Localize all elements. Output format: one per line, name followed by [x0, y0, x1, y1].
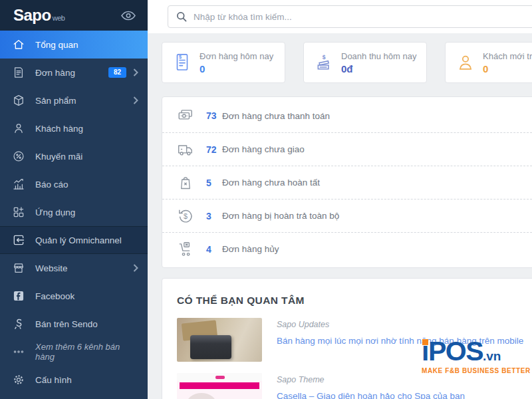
report-chart-icon [11, 177, 26, 192]
search-box[interactable] [168, 5, 532, 28]
interest-item-theme[interactable]: Sapo Theme Casella – Giao diện hoàn hảo … [177, 373, 531, 399]
interest-link[interactable]: Casella – Giao diện hoàn hảo cho Spa của… [277, 391, 465, 399]
sidebar-item-label: Tổng quan [35, 40, 78, 50]
logo-brand: Sapo [13, 6, 51, 24]
ipos-tagline: MAKE F&B BUSINESS BETTER [422, 368, 531, 374]
sidebar-item-label: Bán trên Sendo [35, 319, 98, 329]
sidebar-item-website[interactable]: Website [0, 254, 148, 282]
ipos-brand-i: i [422, 336, 428, 366]
product-box-icon [11, 93, 26, 108]
interest-category: Sapo Updates [277, 320, 523, 329]
sidebar-item-facebook[interactable]: Facebook [0, 282, 148, 310]
bag-x-icon [176, 174, 196, 192]
order-label: Đơn hàng hủy [222, 244, 279, 254]
svg-text:$: $ [323, 54, 326, 61]
sidebar-item-sendo[interactable]: Bán trên Sendo [0, 310, 148, 338]
sidebar-item-omnichannel[interactable]: Quản lý Omnichannel [0, 226, 148, 254]
order-count: 5 [206, 178, 218, 188]
order-row-unpaid[interactable]: 73 Đơn hàng chưa thanh toán [162, 99, 532, 132]
sidebar-item-label: Khách hàng [35, 124, 83, 134]
ipos-watermark-logo: iPOS.vn MAKE F&B BUSINESS BETTER [422, 338, 531, 374]
interest-category: Sapo Theme [277, 375, 465, 384]
order-document-icon [11, 65, 26, 80]
topbar [148, 0, 532, 33]
stat-value: 0đ [341, 63, 416, 74]
sidebar: Sapoweb Tổng quan Đơn hàng 82 Sản phẩm [0, 0, 148, 399]
customer-person-icon [11, 121, 26, 136]
apps-grid-plus-icon [11, 205, 26, 219]
ellipsis-dots-icon [11, 344, 26, 359]
invoice-icon: $ [172, 53, 193, 72]
banknotes-icon [176, 108, 196, 124]
sidebar-item-label: Cấu hình [35, 375, 72, 385]
chevron-right-icon[interactable] [133, 96, 138, 104]
stats-row: $ Đơn hàng hôm nay 0 $ Doanh thu hôm nay… [162, 42, 532, 83]
delivery-truck-icon [176, 142, 196, 158]
chevron-right-icon[interactable] [133, 264, 138, 272]
sidebar-item-bao-cao[interactable]: Báo cáo [0, 170, 148, 198]
order-count: 73 [206, 110, 218, 121]
orders-count-badge: 82 [108, 67, 126, 78]
order-label: Đơn hàng chưa giao [222, 144, 305, 154]
sendo-icon [11, 317, 26, 331]
svg-text:$: $ [184, 211, 188, 219]
sidebar-item-khach-hang[interactable]: Khách hàng [0, 114, 148, 142]
sidebar-item-label: Facebook [35, 291, 74, 301]
search-input[interactable] [194, 12, 529, 22]
sidebar-item-cau-hinh[interactable]: Cấu hình [0, 366, 148, 394]
promotion-percent-icon [11, 149, 26, 164]
chevron-right-icon[interactable] [133, 68, 138, 76]
sapo-logo[interactable]: Sapoweb [13, 6, 65, 25]
cash-stack-icon: $ [313, 53, 334, 72]
person-icon [455, 53, 476, 72]
ipos-domain: .vn [483, 349, 501, 363]
eye-icon[interactable] [121, 11, 136, 21]
refund-circle-icon: $ [176, 207, 196, 225]
omnichannel-arrow-icon [11, 233, 26, 247]
sidebar-item-label: Quản lý Omnichannel [35, 235, 122, 245]
order-summary-card: 73 Đơn hàng chưa thanh toán 72 Đơn hàng … [162, 96, 532, 268]
logo-suffix: web [53, 14, 65, 22]
ipos-brand-rest: POS [428, 336, 483, 366]
sidebar-item-khuyen-mai[interactable]: Khuyến mãi [0, 142, 148, 170]
sidebar-item-san-pham[interactable]: Sản phẩm [0, 86, 148, 114]
sidebar-item-don-hang[interactable]: Đơn hàng 82 [0, 59, 148, 86]
order-row-returned[interactable]: $ 3 Đơn hàng bị hoàn trả toàn bộ [162, 199, 532, 232]
sidebar-item-ung-dung[interactable]: Ứng dụng [0, 198, 148, 226]
order-row-cancelled[interactable]: 4 Đơn hàng hủy [162, 232, 532, 265]
stat-card-orders-today[interactable]: $ Đơn hàng hôm nay 0 [162, 42, 285, 83]
sidebar-item-label: Đơn hàng [35, 68, 75, 78]
order-label: Đơn hàng chưa hoàn tất [222, 178, 320, 188]
sidebar-item-xem-them[interactable]: Xem thêm 6 kênh bán hàng [0, 338, 148, 366]
cart-x-icon [176, 241, 196, 258]
sidebar-header: Sapoweb [0, 0, 148, 31]
order-count: 4 [206, 244, 218, 255]
home-icon [11, 37, 26, 52]
sidebar-item-label: Website [35, 263, 68, 273]
stat-value: 0 [483, 63, 532, 74]
spa-theme-thumbnail[interactable] [177, 373, 262, 399]
order-label: Đơn hàng bị hoàn trả toàn bộ [222, 211, 339, 221]
order-count: 3 [206, 211, 218, 221]
order-row-incomplete[interactable]: 5 Đơn hàng chưa hoàn tất [162, 166, 532, 199]
stat-value: 0 [200, 63, 273, 74]
printer-thumbnail[interactable] [177, 318, 262, 362]
order-label: Đơn hàng chưa thanh toán [222, 111, 330, 121]
stat-card-revenue-today[interactable]: $ Doanh thu hôm nay 0đ [303, 42, 427, 83]
search-icon [176, 11, 187, 22]
stat-card-new-customers[interactable]: Khách mới trong 0 [445, 42, 532, 83]
sidebar-item-tong-quan[interactable]: Tổng quan [0, 31, 148, 59]
sidebar-item-label: Khuyến mãi [35, 152, 82, 162]
storefront-icon [11, 261, 26, 275]
stat-title: Doanh thu hôm nay [341, 51, 416, 61]
sidebar-item-label: Xem thêm 6 kênh bán hàng [35, 342, 138, 362]
sidebar-item-label: Ứng dụng [35, 207, 75, 217]
gear-icon [11, 372, 26, 387]
sidebar-item-label: Báo cáo [35, 180, 68, 190]
stat-title: Đơn hàng hôm nay [200, 51, 273, 61]
interest-heading: CÓ THỂ BẠN QUAN TÂM [177, 295, 531, 307]
order-row-undelivered[interactable]: 72 Đơn hàng chưa giao [162, 132, 532, 166]
sidebar-item-label: Sản phẩm [35, 96, 76, 106]
order-count: 72 [206, 144, 218, 155]
facebook-icon [11, 289, 26, 303]
